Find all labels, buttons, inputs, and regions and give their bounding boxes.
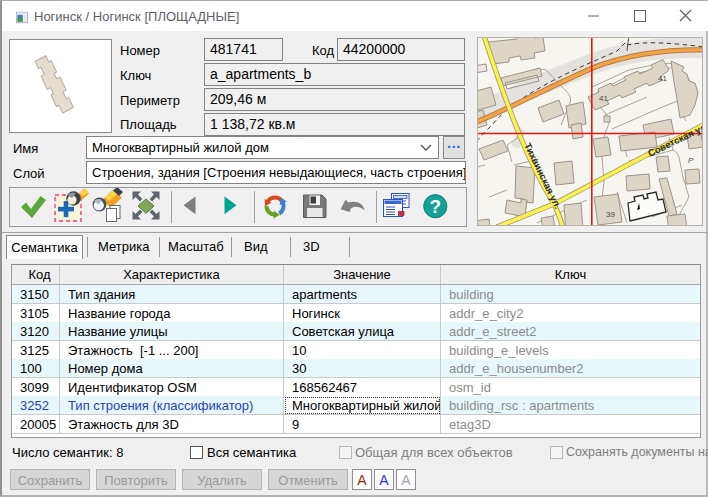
svg-text:41: 41 xyxy=(599,94,608,103)
svg-text:?: ? xyxy=(429,196,441,217)
svg-text:Р: Р xyxy=(688,156,694,165)
svg-text:41: 41 xyxy=(658,74,667,83)
svg-text:39: 39 xyxy=(606,210,615,219)
